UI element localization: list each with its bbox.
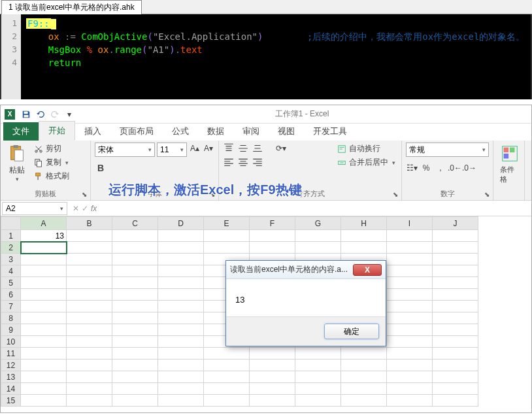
cell[interactable] [387, 301, 433, 312]
cell[interactable] [433, 254, 478, 265]
number-launcher-icon[interactable]: ⬊ [482, 190, 491, 199]
cell[interactable] [433, 324, 478, 336]
cell[interactable] [387, 242, 433, 254]
number-format-combo[interactable]: 常规▾ [406, 142, 489, 157]
cell[interactable] [112, 312, 158, 324]
increase-decimal-icon[interactable]: .0← [449, 162, 461, 174]
cell[interactable] [67, 289, 112, 301]
cell[interactable] [387, 348, 433, 360]
cell[interactable] [21, 277, 67, 289]
cell[interactable]: 13 [21, 230, 67, 242]
fx-icon[interactable]: fx [91, 204, 97, 213]
cell[interactable] [341, 242, 387, 254]
column-header[interactable]: E [204, 217, 250, 230]
format-painter-button[interactable]: 格式刷 [32, 170, 71, 182]
row-header[interactable]: 11 [1, 348, 21, 360]
cell[interactable] [295, 230, 341, 242]
column-header[interactable]: H [341, 217, 387, 230]
cell[interactable] [433, 265, 478, 277]
column-header[interactable]: I [387, 217, 433, 230]
cell[interactable] [112, 371, 158, 383]
formula-input[interactable] [101, 202, 531, 215]
cell[interactable] [21, 254, 67, 265]
cell[interactable] [21, 312, 67, 324]
decrease-decimal-icon[interactable]: .0→ [463, 162, 475, 174]
cell[interactable] [433, 383, 478, 395]
align-top-icon[interactable] [223, 142, 235, 154]
cell[interactable] [341, 371, 387, 383]
align-left-icon[interactable] [223, 157, 235, 169]
cell[interactable] [341, 348, 387, 360]
row-header[interactable]: 8 [1, 312, 21, 324]
orientation-icon[interactable]: ⟳▾ [275, 142, 287, 154]
cell[interactable] [204, 395, 250, 407]
row-header[interactable]: 2 [1, 242, 21, 254]
cell[interactable] [158, 289, 204, 301]
cell[interactable] [433, 230, 478, 242]
tab-developer[interactable]: 开发工具 [304, 122, 356, 141]
column-header[interactable]: F [250, 217, 295, 230]
cancel-formula-icon[interactable]: ✕ [73, 204, 79, 213]
cell[interactable] [67, 230, 112, 242]
cell[interactable] [67, 277, 112, 289]
tab-view[interactable]: 视图 [269, 122, 304, 141]
row-header[interactable]: 15 [1, 395, 21, 407]
cell[interactable] [21, 324, 67, 336]
cell[interactable] [21, 301, 67, 312]
row-header[interactable]: 6 [1, 289, 21, 301]
qat-save-icon[interactable] [20, 108, 33, 121]
tab-layout[interactable]: 页面布局 [110, 122, 163, 141]
paste-button[interactable]: 粘贴 ▾ [5, 142, 29, 184]
align-bottom-icon[interactable] [252, 142, 263, 154]
cell[interactable] [112, 254, 158, 265]
font-name-combo[interactable]: 宋体▾ [95, 142, 155, 157]
cell[interactable] [387, 230, 433, 242]
cell[interactable] [21, 360, 67, 371]
align-right-icon[interactable] [252, 157, 263, 169]
column-header[interactable]: C [112, 217, 158, 230]
cell[interactable] [67, 383, 112, 395]
cell[interactable] [158, 371, 204, 383]
align-center-icon[interactable] [237, 157, 249, 169]
cell[interactable] [112, 301, 158, 312]
column-header[interactable]: D [158, 217, 204, 230]
cell[interactable] [341, 383, 387, 395]
cell[interactable] [112, 348, 158, 360]
cell[interactable] [112, 336, 158, 348]
cell[interactable] [67, 312, 112, 324]
cell[interactable] [250, 395, 295, 407]
cell[interactable] [250, 242, 295, 254]
cell[interactable] [112, 277, 158, 289]
cell[interactable] [387, 360, 433, 371]
cell[interactable] [387, 336, 433, 348]
tab-data[interactable]: 数据 [198, 122, 233, 141]
cell[interactable] [387, 312, 433, 324]
bold-button[interactable]: B [95, 162, 107, 174]
cell[interactable] [341, 230, 387, 242]
cell[interactable] [67, 348, 112, 360]
tab-home[interactable]: 开始 [39, 121, 75, 141]
cell[interactable] [21, 336, 67, 348]
cell[interactable] [295, 383, 341, 395]
cell[interactable] [67, 360, 112, 371]
cell[interactable] [67, 336, 112, 348]
cell[interactable] [21, 371, 67, 383]
cell[interactable] [158, 254, 204, 265]
cell[interactable] [158, 230, 204, 242]
tab-formulas[interactable]: 公式 [163, 122, 198, 141]
cell[interactable] [341, 395, 387, 407]
cell[interactable] [158, 348, 204, 360]
cell[interactable] [433, 395, 478, 407]
cell[interactable] [433, 312, 478, 324]
cell[interactable] [250, 371, 295, 383]
comma-icon[interactable]: , [435, 162, 446, 174]
cell[interactable] [433, 336, 478, 348]
merge-center-button[interactable]: 合并后居中▾ [335, 156, 397, 169]
name-box[interactable]: A2▾ [2, 202, 67, 215]
row-header[interactable]: 12 [1, 360, 21, 371]
conditional-formatting-button[interactable]: 条件格 [497, 142, 522, 186]
qat-undo-icon[interactable] [34, 108, 47, 121]
cell[interactable] [112, 383, 158, 395]
alignment-launcher-icon[interactable]: ⬊ [391, 190, 400, 199]
select-all-corner[interactable] [1, 217, 21, 230]
